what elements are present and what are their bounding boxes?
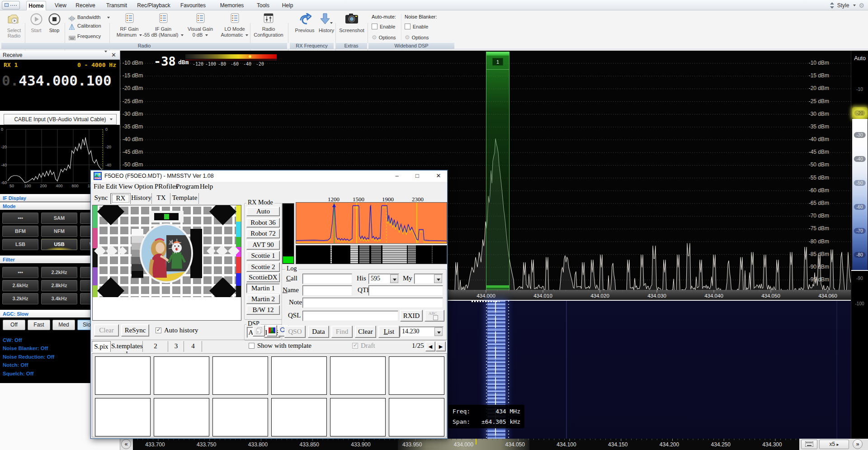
template-thumbnail[interactable] [271,356,327,395]
template-thumbnail[interactable] [154,398,209,436]
filter-34khz[interactable]: 3.4kHz [41,293,77,304]
style-control[interactable]: Style ⚙ [830,0,864,10]
rx-mode-robot72[interactable]: Robot 72 [246,229,280,238]
gear-icon[interactable]: ⚙ [859,2,864,9]
mode-sam[interactable]: SAM [41,213,77,224]
resync-button[interactable]: ReSync [121,324,149,336]
mode-bfm[interactable]: BFM [2,226,38,237]
rx-mode-scottie1[interactable]: Scottie 1 [246,251,280,261]
rx-mode-robot36[interactable]: Robot 36 [246,218,280,227]
next-page-button[interactable]: ▶ [436,341,446,351]
app-menu-button[interactable] [2,1,20,9]
template-thumbnail[interactable] [330,356,386,395]
menu-tools[interactable]: Tools [254,1,272,10]
keyboard-entry-button[interactable] [801,440,817,449]
auto-mute-enable[interactable]: Enable [372,22,404,30]
menu-receive[interactable]: Receive [75,1,96,10]
note-input[interactable] [302,298,443,308]
mmsstv-tab-template[interactable]: Template [171,193,199,204]
template-thumbnail[interactable] [330,398,386,436]
menu-home[interactable]: Home [26,1,46,10]
agc-fast[interactable]: Fast [28,320,50,330]
mmsstv-menu-edit[interactable]: Edit [106,183,117,190]
mmsstv-tab-sync[interactable]: Sync [92,193,111,204]
mode-[interactable]: ••• [2,213,38,224]
mode-nfm[interactable]: NFM [41,226,77,237]
ribbon-visual-gain[interactable]: Visual Gain0 dB [185,13,215,42]
template-thumbnail[interactable] [95,398,151,436]
template-thumbnail[interactable] [389,356,444,395]
zoom-control[interactable]: x5 ▸ [819,440,849,449]
mmsstv-tab-tx[interactable]: TX [152,193,170,204]
filter-32khz[interactable]: 3.2kHz [2,293,38,304]
log-data-button[interactable]: Data [308,326,329,338]
filter-26khz[interactable]: 2.6kHz [2,280,38,291]
pix-tab-2[interactable]: 2 [143,341,168,352]
freq-combo[interactable]: 14.230 [400,327,443,337]
noise-blanker-options[interactable]: ⚙Options [405,33,437,41]
stop-button[interactable]: Stop [45,13,63,41]
template-thumbnail[interactable] [389,398,444,436]
mmsstv-menu-option[interactable]: Option [134,183,153,190]
panel-close-icon[interactable]: ✕ [111,51,116,60]
receive-panel-header[interactable]: Receive ✕ [0,51,120,60]
auto-scale-label[interactable]: Auto [851,55,868,62]
calibration-button[interactable]: Calibration [69,24,75,32]
menu-transmit[interactable]: Transmit [105,1,128,10]
ribbon-lo-mode[interactable]: LO ModeAutomatic [221,13,249,42]
auto-mute-options[interactable]: ⚙Options [372,33,404,41]
sstv-image-area[interactable] [92,205,241,321]
mmsstv-menu-help[interactable]: Help [200,183,213,190]
panel-collapse-icon[interactable] [104,51,107,52]
log-list-button[interactable]: List [378,326,400,338]
pix-tab-spix[interactable]: S.pix [92,341,111,352]
template-thumbnail[interactable] [154,356,209,395]
template-thumbnail[interactable] [271,398,327,436]
maximize-button[interactable]: □ [410,171,424,181]
image-button[interactable] [267,325,277,336]
clear-image-button[interactable]: Clear [94,324,119,336]
mmsstv-tab-history[interactable]: History [131,193,152,204]
his-combo[interactable]: 595 [368,274,399,284]
pix-tab-3[interactable]: 3 [169,341,184,352]
log-find-button[interactable]: Find [331,326,353,338]
rx-mode-scottiedx[interactable]: ScottieDX [246,273,280,282]
filter-22khz[interactable]: 2.2kHz [41,267,77,278]
bandwidth-button[interactable]: Bandwidth [69,15,75,23]
mmsstv-menu-view[interactable]: View [118,183,133,190]
noise-blanker-enable[interactable]: Enable [405,22,437,30]
menu-help[interactable]: Help [278,1,297,10]
pix-tab-stemplates1[interactable]: S.templates 1 [111,341,143,352]
draft-checkbox[interactable] [352,343,358,349]
previous-frequency-button[interactable]: Previous [293,13,316,41]
prev-page-button[interactable]: ◀ [425,341,435,351]
minimize-button[interactable]: – [390,171,404,181]
audio-device-select[interactable]: CABLE Input (VB-Audio Virtual Cable) [4,114,117,125]
pix-tab-4[interactable]: 4 [184,341,202,352]
level-scale-handle[interactable]: -20 [852,107,868,119]
tuned-frequency[interactable]: 0.434.000.100 [2,72,118,89]
filter-[interactable]: ••• [2,267,38,278]
waterfall-level-scale[interactable]: Auto -10 -20 -30-40-50-60-70-80 -90-100 [851,51,868,439]
frequency-button[interactable]: Frequency [69,34,75,42]
auto-history-checkbox[interactable] [156,327,161,333]
rx-mode-scottie2[interactable]: Scottie 2 [246,262,280,272]
show-with-template-checkbox[interactable] [249,343,255,349]
mode-usb[interactable]: USB [41,239,77,250]
mmsstv-tab-rx[interactable]: RX [111,193,131,204]
qth-input[interactable] [368,285,443,296]
rx-mode-avt90[interactable]: AVT 90 [246,240,280,250]
mmsstv-menu-program[interactable]: Program [176,183,199,190]
copy-button[interactable] [253,325,265,336]
template-thumbnail[interactable] [212,398,268,436]
log-qso-button[interactable]: QSO [284,326,306,338]
template-thumbnail[interactable] [212,356,268,395]
menu-memories[interactable]: Memories [219,1,245,10]
call-input[interactable] [302,274,352,284]
mmsstv-menu-file[interactable]: File [94,183,104,190]
mmsstv-titlebar[interactable]: SSTV F5OEO (F5OEO.MDT) - MMSSTV Ver 1.08… [91,171,447,182]
scroll-left-button[interactable]: « [121,439,131,449]
frequency-history-button[interactable]: History [317,13,335,41]
rx-mode-bw12[interactable]: B/W 12 [246,305,280,315]
rx-mode-martin2[interactable]: Martin 2 [246,294,280,304]
